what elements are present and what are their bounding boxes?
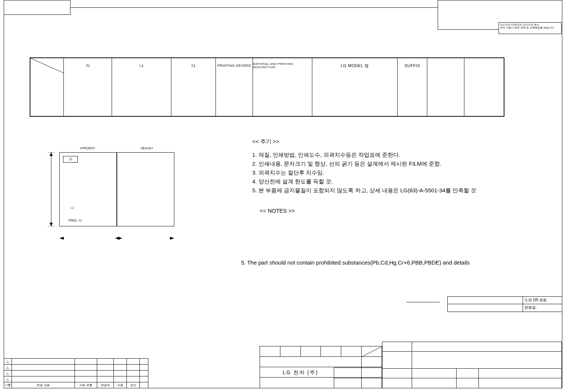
rev-cell [75, 359, 97, 364]
tb-cell [382, 378, 412, 388]
col-blank1 [427, 58, 464, 73]
pno-label: P/NO. 다 [69, 218, 82, 223]
col-printing: PRINTING DEGREE [216, 58, 253, 73]
tb-cell [479, 378, 562, 388]
rev-cell [127, 371, 140, 376]
appr-diag-cell [362, 346, 382, 356]
tb-cell [382, 352, 412, 368]
rev-cell [114, 376, 127, 382]
dr-approval-box: 도면 DR 완료 완료일: [447, 296, 562, 312]
col-da: 다 [171, 58, 215, 73]
ga-box: 가 [63, 156, 78, 163]
rev-mark: △ [4, 371, 12, 376]
svg-marker-9 [170, 237, 174, 240]
rev-head-date: 변경자 [97, 382, 114, 388]
rev-cell [114, 359, 127, 364]
svg-marker-3 [50, 223, 53, 226]
col-blank2 [464, 58, 504, 73]
dr-sig-cell [448, 297, 523, 304]
dr-sig-cell-2 [448, 304, 523, 312]
rev-desc [12, 359, 75, 364]
rev-mark: △ [4, 365, 12, 370]
appr-cell [280, 346, 301, 356]
appr-cell [321, 346, 341, 356]
rev-cell [97, 365, 114, 370]
confidential-line1: 이도면은 LG전자의 자산으로 본도 [500, 23, 560, 26]
tb-cell [382, 369, 412, 378]
company-name: LG 전자 (주) [260, 367, 341, 377]
tb-cell [412, 378, 457, 388]
horizontal-dimension [59, 235, 174, 243]
appr-cell [341, 357, 362, 367]
note-4: 4. 양산전에 설계 한도를 득할 것. [252, 177, 476, 186]
rev-mark: △ [4, 376, 12, 382]
small-side-block [334, 368, 382, 388]
appr-cell-wide [260, 378, 341, 388]
rev-cell [127, 359, 140, 364]
dr-label-2: 완료일: [523, 304, 562, 312]
dr-label-1: 도면 DR 완료 [523, 297, 562, 304]
note-3: 3. 외곽치수는 절단후 치수임. [252, 168, 476, 177]
tb-cell [457, 369, 479, 378]
rev-desc [12, 371, 75, 376]
col-suffix: SUFFIX [398, 58, 427, 73]
top-left-box [4, 0, 70, 15]
rev-desc [12, 376, 75, 382]
front-label: <FRONT> [80, 146, 95, 150]
svg-marker-6 [59, 237, 64, 240]
rev-head-dateno: 서류 번호 [75, 382, 97, 388]
appr-cell [260, 346, 280, 356]
rev-head-desc: 변경 내용 [12, 382, 75, 388]
svg-marker-8 [118, 237, 122, 240]
col-model: LG MODEL 명 [312, 58, 397, 73]
spec-table: 가 나 다 PRINTING DEGREE MATERIAL AND PRINT… [30, 57, 504, 117]
front-panel [59, 152, 117, 226]
rev-head-appr: 승인 [127, 382, 140, 388]
small-cell [334, 368, 382, 378]
note-5: 5. 본 부품에 금지물질이 포함되지 않도록 하고, 상세 내용은 LG(63… [252, 186, 476, 195]
rev-desc [12, 365, 75, 370]
tb-cell [382, 342, 412, 351]
note-5-en: 5. The part should not contain prohibite… [241, 259, 470, 266]
tb-cell [412, 342, 562, 351]
tb-cell [412, 369, 457, 378]
svg-line-0 [30, 58, 63, 73]
appr-cell [341, 346, 362, 356]
col-material: MATERIAL AND PRINTING DESCRIPTION [253, 58, 312, 73]
svg-marker-2 [50, 152, 53, 156]
rev-cell [127, 365, 140, 370]
notes-block-kr: << 주기 >> 1. 재질, 인쇄방법, 인쇄도수, 외곽치수등은 작업표에 … [252, 137, 476, 195]
note-2: 2. 인쇄내용, 문자크기 및 형상, 선의 굵기 등은 설계에서 제시된 FI… [252, 159, 476, 168]
tb-cell [457, 378, 479, 388]
note-1: 1. 재질, 인쇄방법, 인쇄도수, 외곽치수등은 작업표에 준한다. [252, 150, 476, 159]
col-na: 나 [112, 58, 171, 73]
rev-cell [97, 376, 114, 382]
rev-head-by: 서명 [114, 382, 127, 388]
diagonal-cell [30, 58, 63, 73]
notes-heading: << 주기 >> [252, 137, 476, 146]
col-ga: 가 [64, 58, 112, 73]
rev-cell [75, 371, 97, 376]
notes-heading-en: << NOTES >> [260, 207, 295, 214]
confidential-line2: 무단 사용시 법적 제재 및 손해배상을 받습니다. [500, 26, 560, 29]
vertical-dimension [47, 152, 55, 226]
tb-cell [479, 369, 562, 378]
title-block [382, 342, 562, 388]
rev-cell [97, 371, 114, 376]
tb-cell [412, 352, 562, 368]
back-panel [117, 152, 174, 226]
signature-line [407, 302, 440, 302]
rev-head-mark: 기호 [4, 382, 12, 388]
rev-cell [75, 376, 97, 382]
rev-cell [114, 371, 127, 376]
appr-cell-wide [260, 357, 341, 367]
svg-line-10 [362, 346, 382, 356]
rev-cell [75, 365, 97, 370]
na-label: 나 [70, 206, 74, 210]
revision-block: △ △ △ △ 기호 변경 내용 서류 번호 변경자 서명 승인 [4, 358, 148, 388]
rev-cell [97, 359, 114, 364]
rev-cell [127, 376, 140, 382]
confidential-note: 이도면은 LG전자의 자산으로 본도 무단 사용시 법적 제재 및 손해배상을 … [498, 22, 562, 34]
small-cell [334, 378, 382, 389]
panel-diagram: <FRONT> <BACK> 가 나 P/NO. 다 [45, 146, 185, 243]
